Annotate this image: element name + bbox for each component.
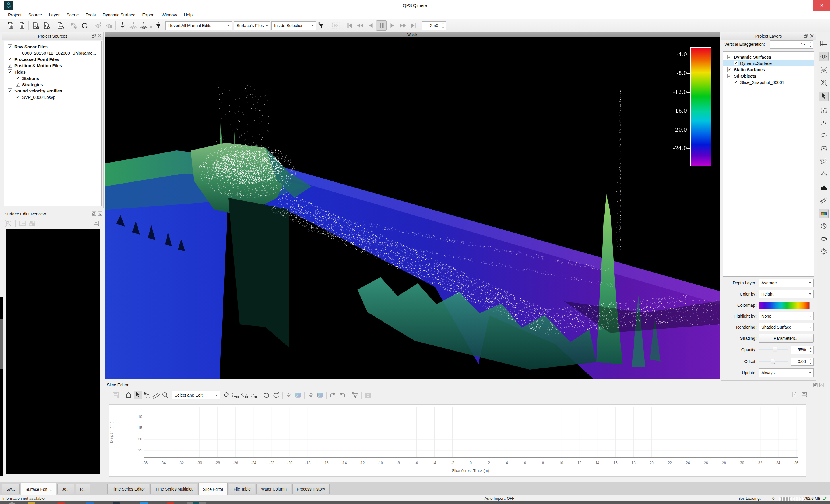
spin-up-icon[interactable]: ▲ [808,41,813,44]
offset-spinner[interactable]: 0.00 ▲▼ [791,357,813,366]
fit-view-icon[interactable] [4,219,13,228]
play-icon[interactable] [387,21,397,31]
tab-job[interactable]: Jo... [57,484,74,494]
opacity-spinner[interactable]: 55% ▲▼ [791,346,813,354]
edit-mode-combo[interactable]: Select and Edit [172,391,220,399]
toolbar-grip[interactable] [150,22,152,29]
reject-tool-icon[interactable] [222,391,230,400]
rewind-icon[interactable] [355,21,365,31]
menu-help[interactable]: Help [180,11,196,19]
slider-handle[interactable] [771,359,775,364]
toolbar-grip[interactable] [820,34,827,36]
panel-menu-icon[interactable] [802,391,808,398]
checkbox[interactable]: ✓ [15,95,20,99]
save-icon[interactable] [111,391,120,400]
update-combo[interactable]: Always [759,369,813,377]
tree-item-tides[interactable]: ✓Tides [4,69,101,75]
tilted-plane-tool-icon[interactable] [819,156,829,165]
profile-view-icon[interactable] [819,183,829,192]
tab-time-series-multiplot[interactable]: Time Series Multiplot [151,484,197,494]
toolbar-grip[interactable] [3,22,5,29]
reject-soundings-icon[interactable] [307,391,315,400]
skip-to-end-icon[interactable] [408,21,419,31]
taskbar-app-icon[interactable] [166,502,174,504]
menu-export[interactable]: Export [139,11,158,19]
edit-surface-disabled-icon[interactable] [128,21,138,31]
checkbox[interactable]: ✓ [15,76,20,81]
spin-down-icon[interactable]: ▼ [808,361,813,365]
new-surface-icon[interactable] [93,21,103,31]
float-panel-icon[interactable] [92,211,96,216]
taskbar-app-icon[interactable] [113,502,120,504]
rectangle-select-icon[interactable] [819,106,829,115]
open-project-icon[interactable] [17,21,27,31]
edit-soundings-icon[interactable] [117,21,128,31]
snapshot-icon[interactable] [364,391,372,400]
close-panel-icon[interactable] [97,34,102,38]
tab-time-series-editor[interactable]: Time Series Editor [107,484,150,494]
slice-plot[interactable]: Depth (m) 10152025 -36-34-32-30-28-26-24… [108,404,806,477]
tree-item-stations[interactable]: ✓Stations [4,75,101,81]
checkbox[interactable]: ✓ [734,61,738,65]
checkbox[interactable]: ✓ [15,82,20,87]
minimize-button[interactable]: – [786,0,800,11]
edit-surface-icon[interactable] [138,21,149,31]
selection-scope-combo[interactable]: Inside Selection [271,21,316,30]
tree-item-processed-point-files[interactable]: ✓Processed Point Files [4,56,101,62]
taskbar-app-icon[interactable] [57,502,65,504]
panel-menu-icon[interactable] [93,219,101,228]
color-by-combo[interactable]: Height [759,290,813,298]
shading-parameters-button[interactable]: Parameters... [759,334,813,343]
menu-scene[interactable]: Scene [63,11,83,19]
checkbox[interactable]: ✓ [727,67,732,72]
depth-layer-combo[interactable]: Average [759,279,813,287]
taskbar-app-icon[interactable] [86,502,94,504]
undo-icon[interactable] [262,391,271,400]
help-icon[interactable]: ? [791,391,798,398]
measure-tool-icon[interactable] [152,391,160,400]
tree-item-dynamicsurface-selected[interactable]: ✓DynamicSurface [724,60,813,66]
process-settings-icon[interactable] [68,21,79,31]
step-back-icon[interactable] [365,21,376,31]
zoom-tool-icon[interactable] [161,391,170,400]
close-button[interactable]: ✕ [813,0,830,11]
rectangle-select-add-icon[interactable] [231,391,240,400]
lock-surface-icon[interactable] [103,21,114,31]
menu-source[interactable]: Source [25,11,46,19]
slider-handle[interactable] [773,347,777,352]
tree-item-sonar-file[interactable]: 0000_20150712_182800_ShipName... [4,50,101,56]
tab-slice-editor[interactable]: Slice Editor [198,483,228,495]
layout-tiles-icon[interactable] [28,219,36,228]
checkbox[interactable]: ✓ [8,63,12,68]
wreck-3d-view[interactable]: -4.0-8.0-12.0-16.0-20.0-24.0 [105,37,720,378]
menu-layer[interactable]: Layer [45,11,63,19]
rendering-combo[interactable]: Shaded Surface [759,323,813,332]
tab-process-history[interactable]: Process History [292,484,329,494]
accept-soundings-icon[interactable] [285,391,293,400]
zoom-to-extents-icon[interactable] [819,78,829,87]
menu-tools[interactable]: Tools [82,11,99,19]
taskbar-start-icon[interactable] [8,502,15,504]
spin-down-icon[interactable]: ▼ [808,44,813,48]
checkbox[interactable]: ✓ [8,89,12,93]
colormap-combo[interactable] [759,302,813,309]
bounding-box-icon[interactable] [819,247,829,256]
tab-p[interactable]: P... [75,484,90,494]
float-panel-icon[interactable] [804,34,808,38]
files-scope-combo[interactable]: Surface's Files [234,21,270,30]
slice-filter-icon[interactable] [351,391,359,400]
tree-item-position-motion-files[interactable]: ✓Position & Motion Files [4,62,101,69]
taskbar-folder-icon[interactable] [28,502,35,504]
mesh-3d-icon[interactable] [819,222,829,231]
overview-3d-view[interactable] [6,229,100,474]
tree-item-dynamic-surfaces[interactable]: ✓Dynamic Surfaces [724,54,813,60]
toolbar-grip[interactable] [327,22,329,29]
tree-item-static-surfaces[interactable]: ✓Static Surfaces [724,66,813,73]
edit-filter-icon[interactable] [153,21,164,31]
tree-item-strategies[interactable]: ✓Strategies [4,81,101,88]
playback-speed-spinner[interactable]: 2.50 ▲▼ [422,21,446,30]
pick-tool-icon[interactable] [143,391,151,400]
vertical-exaggeration-spinner[interactable]: 1× ▲▼ [770,40,813,49]
scene-viewport[interactable]: Wreck [105,32,720,378]
restore-button[interactable] [800,0,813,11]
